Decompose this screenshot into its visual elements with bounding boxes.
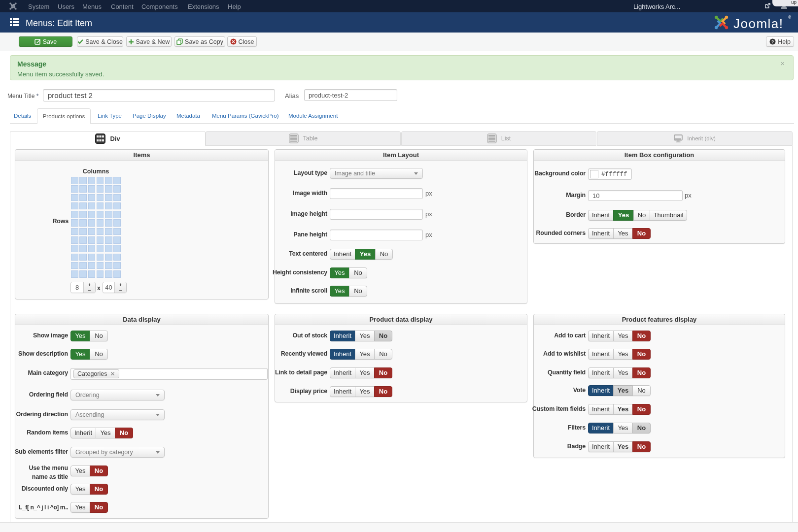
svg-text:?: ? [771,39,774,44]
